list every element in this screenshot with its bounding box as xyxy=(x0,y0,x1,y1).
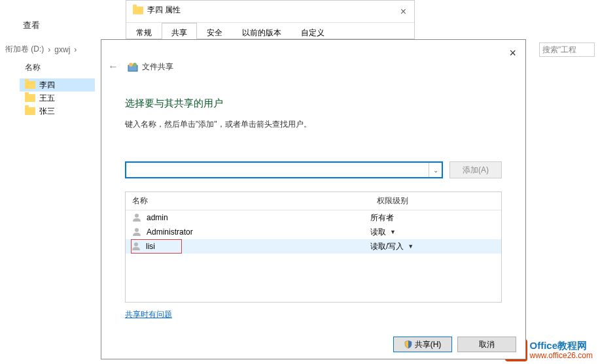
close-icon[interactable]: × xyxy=(509,46,516,60)
dialog-heading: 选择要与其共享的用户 xyxy=(125,97,502,110)
column-header-name[interactable]: 名称 xyxy=(126,192,370,210)
highlighted-user: lisi xyxy=(131,239,182,254)
breadcrumb[interactable]: 衔加卷 (D:) › gxwj › xyxy=(3,44,79,55)
table-row[interactable]: lisi 读取/写入▼ xyxy=(126,239,501,254)
user-name: admin xyxy=(147,213,168,222)
breadcrumb-part: gxwj xyxy=(54,45,70,54)
share-button[interactable]: 共享(H) xyxy=(393,337,452,352)
breadcrumb-sep: › xyxy=(48,45,50,54)
user-icon xyxy=(132,242,141,251)
svg-point-5 xyxy=(134,242,138,246)
svg-point-1 xyxy=(129,63,133,67)
user-icon xyxy=(132,227,141,237)
watermark-title: Office教程网 xyxy=(530,340,593,352)
watermark-url: www.office26.com xyxy=(530,352,593,360)
folder-icon xyxy=(133,7,143,14)
user-icon xyxy=(132,213,141,222)
shield-icon xyxy=(404,340,412,348)
chevron-down-icon[interactable]: ▼ xyxy=(408,243,413,250)
svg-point-4 xyxy=(135,228,139,232)
column-header-name[interactable]: 名称 xyxy=(25,62,41,73)
user-table: 名称 权限级别 admin 所有者 Administrator 读取▼ xyxy=(125,191,502,303)
search-input[interactable]: 搜索"工程 xyxy=(539,42,595,57)
folder-label: 张三 xyxy=(39,106,55,117)
cancel-button[interactable]: 取消 xyxy=(457,337,516,352)
dialog-title: 文件共享 xyxy=(142,61,173,73)
user-name: Administrator xyxy=(147,227,193,237)
file-share-icon xyxy=(128,61,138,72)
folder-label: 王五 xyxy=(39,93,55,104)
svg-rect-0 xyxy=(128,65,137,71)
chevron-down-icon[interactable]: ▼ xyxy=(390,229,396,235)
file-sharing-dialog: × ← 文件共享 选择要与其共享的用户 键入名称，然后单击"添加"，或者单击箭头… xyxy=(101,39,526,359)
column-header-permission[interactable]: 权限级别 xyxy=(370,192,501,210)
folder-icon xyxy=(25,107,35,115)
folder-list: 李四 王五 张三 xyxy=(20,78,95,118)
table-row[interactable]: Administrator 读取▼ xyxy=(126,225,501,239)
user-combobox[interactable]: ⌄ xyxy=(125,161,443,178)
properties-dialog: 李四 属性 × 常规 共享 安全 以前的版本 自定义 xyxy=(126,0,415,39)
properties-title: 李四 属性 xyxy=(147,5,181,16)
breadcrumb-part: 衔加卷 (D:) xyxy=(5,44,44,55)
folder-item[interactable]: 王五 xyxy=(20,91,95,105)
folder-item[interactable]: 张三 xyxy=(20,105,95,118)
add-button[interactable]: 添加(A) xyxy=(449,161,502,178)
folder-icon xyxy=(25,94,35,102)
permission-level: 读取 xyxy=(370,227,386,238)
folder-label: 李四 xyxy=(39,80,55,91)
share-button-label: 共享(H) xyxy=(415,339,442,350)
toolbar-view-label[interactable]: 查看 xyxy=(23,20,40,31)
permission-level: 读取/写入 xyxy=(370,241,404,252)
permission-level: 所有者 xyxy=(370,212,394,223)
close-icon[interactable]: × xyxy=(400,6,406,18)
chevron-down-icon[interactable]: ⌄ xyxy=(429,163,442,177)
breadcrumb-sep: › xyxy=(74,45,77,54)
svg-point-3 xyxy=(135,214,139,218)
dialog-instruction: 键入名称，然后单击"添加"，或者单击箭头查找用户。 xyxy=(125,119,502,130)
folder-item[interactable]: 李四 xyxy=(20,78,95,91)
table-row[interactable]: admin 所有者 xyxy=(126,210,501,225)
user-input[interactable] xyxy=(126,163,429,177)
svg-point-2 xyxy=(133,63,137,67)
user-name: lisi xyxy=(146,242,155,251)
folder-icon xyxy=(25,81,35,89)
help-link[interactable]: 共享时有问题 xyxy=(125,310,172,319)
back-arrow-icon[interactable]: ← xyxy=(108,61,118,73)
